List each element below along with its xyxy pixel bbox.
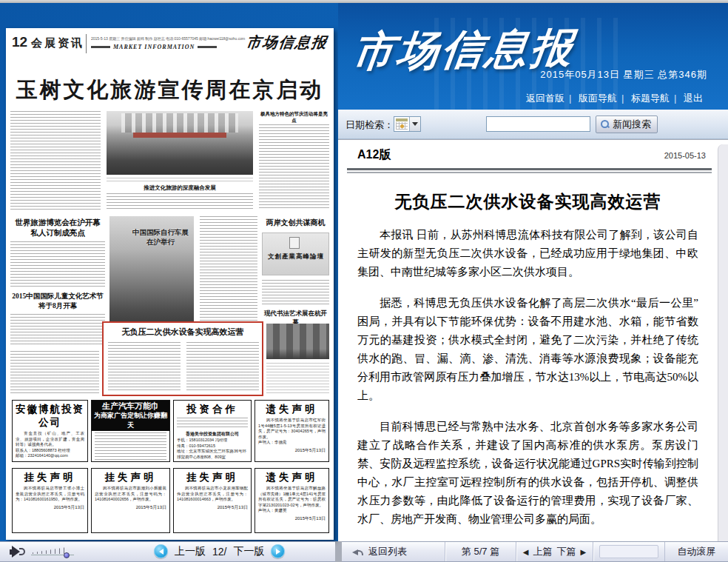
np-main-headline[interactable]: 玉树文化旅游宣传周在京启动 xyxy=(6,76,334,105)
calendar-icon xyxy=(394,117,409,131)
np-body-text-block xyxy=(10,314,105,347)
article-paragraph: 本报讯 日前，从苏州科博思流体科技有限公司了解到，该公司自主研发的新型无负压二次… xyxy=(357,226,698,281)
volume-slider[interactable] xyxy=(31,546,77,557)
np-body-text-block xyxy=(10,241,105,287)
np-body-text-block xyxy=(200,216,257,326)
np-body-text-block xyxy=(10,111,101,210)
nav-exit-link[interactable]: 退出 xyxy=(684,93,703,104)
np-ad-investment-company: 安徽博航投资公司 资金直投（矿山、地产、工农业、旅游项目，企业改扩建，资金周转等… xyxy=(12,400,88,462)
nav-page-nav-link[interactable]: 版面导航 xyxy=(579,93,617,104)
np-header-divider xyxy=(86,34,87,53)
np-calligraphy-photo xyxy=(266,324,329,359)
np-ad-loss-notice: 遗失声明 因不慎将坐落于驻马店市红军街1号44幢5层1-5-13号房屋所有权证遗… xyxy=(255,400,329,462)
prev-page-label[interactable]: 上一版 xyxy=(175,545,206,558)
np-ad-report-loss-2: 挂失声明 因不慎将驻马店市新潮刘小辉服装店营业执照正本丢失，注册号码为：1410… xyxy=(91,468,170,533)
masthead-banner: 市场信息报 2015年05月13日 星期三 总第346期 返回首版| 版面导航|… xyxy=(338,3,728,110)
np-ad-loss-notice-2: 遗失声明 因不慎将坐落于驻马店市解放路（城市先锋）1幢1单元4层141号房屋所有… xyxy=(255,468,329,533)
np-body-text-block xyxy=(10,351,99,395)
np-english-title: MARKET INFORMATION xyxy=(91,44,217,50)
article-position-indicator: 第 5/7 篇 xyxy=(445,542,516,561)
article-body: 无负压二次供水设备实现高效运营 本报讯 日前，从苏州科博思流体科技有限公司了解到… xyxy=(357,178,698,541)
nav-title-nav-link[interactable]: 标题导航 xyxy=(631,93,670,104)
np-masthead-logo: 市场信息报 xyxy=(245,33,329,53)
newspaper-page-image[interactable]: 12 会展资讯 2015-5-13 星期三 责任编辑 郝炜 制作 赵壮志 电话:… xyxy=(6,28,334,540)
np-forum-logo-mark xyxy=(289,237,300,249)
np-photo-caption xyxy=(107,178,253,182)
article-control-bar: 返回列表 第 5/7 篇 ◀ 上篇 下篇 ▶ 自动滚屏 xyxy=(342,541,728,562)
nav-separator: | xyxy=(569,93,571,104)
search-input[interactable] xyxy=(486,116,590,132)
np-photo-caption xyxy=(266,363,329,395)
content-right-margin xyxy=(718,144,728,541)
article-date: 2015-05-13 xyxy=(664,151,706,160)
epaper-window: 12 会展资讯 2015-5-13 星期三 责任编辑 郝炜 制作 赵壮志 电话:… xyxy=(0,0,728,562)
np-highlight-headline: 无负压二次供水设备实现高效运营 xyxy=(104,327,262,338)
arrow-left-icon xyxy=(159,549,164,555)
date-search-label: 日期检索： xyxy=(346,118,394,132)
search-icon xyxy=(601,120,610,129)
next-page-button[interactable] xyxy=(271,544,285,558)
np-ad-report-loss-1: 挂失声明 因不慎将驻马店市驿工坡小博士童装店营业执照正本丢失，注册号码为：141… xyxy=(12,468,88,533)
page-view-background: 12 会展资讯 2015-5-13 星期三 责任编辑 郝炜 制作 赵壮志 电话:… xyxy=(0,3,338,541)
np-cross-strait-headline[interactable]: 两岸文创共谋商机 xyxy=(262,218,329,228)
page-indicator: 12/ xyxy=(212,546,226,558)
back-arrow-icon xyxy=(352,547,363,556)
np-info-line: 2015-5-13 星期三 责任编辑 郝炜 制作 赵壮志 电话:010-6557… xyxy=(91,36,246,41)
back-to-list-button[interactable]: 返回列表 xyxy=(342,542,445,561)
date-picker[interactable] xyxy=(394,116,421,132)
article-content-area: A12版 2015-05-13 无负压二次供水设备实现高效运营 本报讯 日前，从… xyxy=(338,140,728,541)
np-body-text-block xyxy=(107,193,253,210)
article-content-header: A12版 2015-05-13 xyxy=(357,147,706,163)
next-triangle-icon: ▶ xyxy=(581,548,587,556)
np-highlighted-article[interactable]: 无负压二次供水设备实现高效运营 xyxy=(102,321,263,396)
np-expo-headline[interactable]: 世界旅游博览会在沪开幕 私人订制成亮点 xyxy=(10,218,105,238)
np-body-text-block xyxy=(259,124,329,210)
speaker-icon[interactable] xyxy=(9,545,25,558)
nav-separator: | xyxy=(621,93,624,104)
np-body-text-block xyxy=(262,280,329,305)
article-title: 无负压二次供水设备实现高效运营 xyxy=(357,190,698,213)
np-children-festival-headline[interactable]: 2015中国国际儿童文化艺术节 将于8月开幕 xyxy=(10,292,105,311)
page-pager: 上一版 12/ 下一版 xyxy=(154,544,285,558)
np-section-name: 会展资讯 xyxy=(31,36,84,50)
search-toolbar: 日期检索： 新闻搜索 xyxy=(338,110,728,139)
np-bike-expo-photo: 中国国际自行车展 在沪举行 xyxy=(109,216,194,326)
article-prev-next: ◀ 上篇 下篇 ▶ xyxy=(516,542,593,561)
banner-nav: 返回首版| 版面导航| 标题导航| 退出 xyxy=(522,92,707,105)
np-page-number: 12 xyxy=(12,34,27,50)
np-ad-car-towel: 生产汽车万能巾 为商家广告定制让你赚翻天 xyxy=(91,400,170,462)
np-main-photo xyxy=(107,111,253,175)
prev-page-button[interactable] xyxy=(154,544,168,558)
next-page-label[interactable]: 下一版 xyxy=(233,545,264,558)
header-rule xyxy=(347,168,712,173)
article-reader-panel: 市场信息报 2015年05月13日 星期三 总第346期 返回首版| 版面导航|… xyxy=(338,3,728,541)
prev-article-button[interactable]: 上篇 xyxy=(533,545,553,558)
np-ad-report-loss-3: 挂失声明 因不慎将驻马店市小龙农用车钢配件店营业执照正本丢失，注册号为：1410… xyxy=(173,468,252,533)
nav-home-link[interactable]: 返回首版 xyxy=(526,93,564,104)
np-forum-banner-text: 文創產業高峰論壇 xyxy=(264,252,328,261)
np-subhead-1: 推进文化旅游的深度融合发展 xyxy=(107,184,253,192)
control-bar-spacer xyxy=(599,545,658,558)
page-label: A12版 xyxy=(357,147,391,163)
next-article-button[interactable]: 下篇 xyxy=(557,545,576,558)
page-control-bar: 上一版 12/ 下一版 xyxy=(0,541,335,562)
np-forum-photo: 文創產業高峰論壇 xyxy=(262,233,329,275)
auto-scroll-button[interactable]: 自动滚屏 xyxy=(664,542,728,561)
nav-separator: | xyxy=(674,93,676,104)
chevron-down-icon xyxy=(412,122,418,126)
np-bike-expo-headline[interactable]: 中国国际自行车展 在沪举行 xyxy=(132,228,189,247)
prev-triangle-icon: ◀ xyxy=(523,548,529,556)
arrow-right-icon xyxy=(276,549,280,555)
news-search-button[interactable]: 新闻搜索 xyxy=(596,116,658,133)
issue-info: 2015年05月13日 星期三 总第346期 xyxy=(540,68,707,81)
article-paragraph: 据悉，科博思无负压供水设备化解了高层二次供水“最后一公里”困局，并具有以下节能环… xyxy=(357,294,698,405)
audio-controls xyxy=(9,545,77,558)
article-paragraph: 目前科博思已经与常熟中法水务、北京首创水务等多家水务公司建立了战略合作关系，并建… xyxy=(357,418,698,529)
np-subhead-2: 极具地方特色的节庆活动将是亮点 xyxy=(259,111,329,124)
calendar-dropdown-button[interactable] xyxy=(409,117,420,131)
volume-slider-knob[interactable] xyxy=(64,552,70,558)
np-ad-investment-coop: 投资合作 香港美华投资集团有限公司 手机：15810312034 冯经理 传真：… xyxy=(173,400,252,462)
